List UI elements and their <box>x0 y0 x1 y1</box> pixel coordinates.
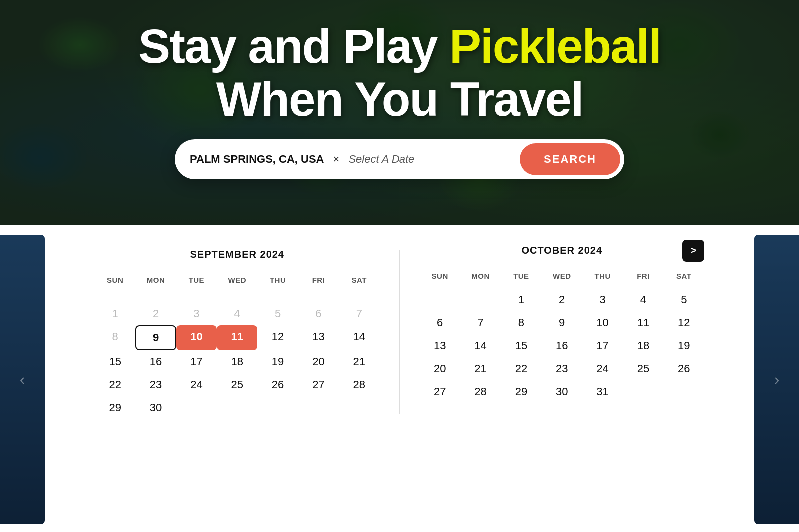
table-row: 4 <box>217 302 257 325</box>
table-row[interactable]: 9 <box>542 311 582 334</box>
table-row[interactable]: 21 <box>339 350 379 373</box>
table-row[interactable]: 28 <box>339 373 379 396</box>
table-row <box>339 292 379 302</box>
calendar-section: ‹ › SEPTEMBER 2024 SUN MON TUE WED THU F… <box>0 225 799 532</box>
table-row[interactable]: 10 <box>582 311 623 334</box>
sep-10-day[interactable]: 10 <box>176 325 217 350</box>
table-row[interactable]: 22 <box>95 373 135 396</box>
wed-header-right: WED <box>542 268 582 288</box>
table-row[interactable]: 1 <box>501 288 541 311</box>
table-row: 7 <box>339 302 379 325</box>
calendar-container: SEPTEMBER 2024 SUN MON TUE WED THU FRI S… <box>75 245 724 419</box>
table-row: 8 <box>95 325 135 350</box>
thu-header-left: THU <box>257 272 298 292</box>
table-row[interactable]: 11 <box>623 311 663 334</box>
next-month-button[interactable]: > <box>682 240 704 262</box>
hero-title: Stay and Play Pickleball When You Travel <box>138 20 661 125</box>
table-row[interactable]: 16 <box>542 334 582 357</box>
table-row[interactable]: 24 <box>176 373 217 396</box>
table-row[interactable]: 29 <box>95 396 135 419</box>
clear-location-button[interactable]: × <box>333 153 340 166</box>
table-row[interactable]: 4 <box>623 288 663 311</box>
table-row[interactable]: 21 <box>460 357 501 380</box>
table-row[interactable]: 28 <box>460 380 501 403</box>
mon-header-right: MON <box>460 268 501 288</box>
sep-14-day[interactable]: 14 <box>339 325 379 350</box>
wed-header-left: WED <box>217 272 257 292</box>
table-row[interactable]: 15 <box>501 334 541 357</box>
october-header-row: OCTOBER 2024 > <box>420 245 705 256</box>
table-row[interactable]: 17 <box>582 334 623 357</box>
table-row[interactable]: 20 <box>420 357 460 380</box>
table-row[interactable]: 19 <box>664 334 704 357</box>
table-row[interactable]: 23 <box>135 373 176 396</box>
left-arrow-icon: ‹ <box>0 370 45 389</box>
table-row[interactable]: 18 <box>217 350 257 373</box>
table-row[interactable]: 13 <box>420 334 460 357</box>
september-header: SEPTEMBER 2024 <box>95 245 380 260</box>
table-row[interactable]: 27 <box>298 373 339 396</box>
table-row <box>95 292 135 302</box>
table-row[interactable]: 8 <box>501 311 541 334</box>
table-row[interactable]: 15 <box>95 350 135 373</box>
october-header: OCTOBER 2024 <box>521 245 602 256</box>
right-arrow-icon: › <box>754 370 799 389</box>
tue-header-left: TUE <box>176 272 217 292</box>
table-row <box>298 292 339 302</box>
table-row <box>257 292 298 302</box>
table-row[interactable]: 20 <box>298 350 339 373</box>
september-grid: SUN MON TUE WED THU FRI SAT 1 2 3 4 <box>95 272 380 419</box>
hero-section: Stay and Play Pickleball When You Travel… <box>0 0 799 225</box>
hero-title-line2: When You Travel <box>138 73 661 126</box>
october-calendar: OCTOBER 2024 > SUN MON TUE WED THU FRI S… <box>400 245 725 419</box>
table-row[interactable]: 22 <box>501 357 541 380</box>
search-location[interactable]: PALM SPRINGS, CA, USA <box>190 153 324 166</box>
table-row[interactable]: 25 <box>623 357 663 380</box>
sep-9-day[interactable]: 9 <box>135 325 176 350</box>
thu-header-right: THU <box>582 268 623 288</box>
table-row[interactable]: 26 <box>664 357 704 380</box>
table-row[interactable]: 2 <box>542 288 582 311</box>
table-row[interactable]: 16 <box>135 350 176 373</box>
search-button[interactable]: SEARCH <box>520 143 620 175</box>
left-side-panel: ‹ <box>0 235 45 524</box>
table-row[interactable]: 18 <box>623 334 663 357</box>
table-row[interactable]: 5 <box>664 288 704 311</box>
tue-header-right: TUE <box>501 268 541 288</box>
table-row[interactable]: 30 <box>135 396 176 419</box>
table-row[interactable]: 14 <box>460 334 501 357</box>
table-row <box>339 396 379 419</box>
table-row[interactable]: 26 <box>257 373 298 396</box>
table-row <box>460 288 501 311</box>
fri-header-left: FRI <box>298 272 339 292</box>
table-row <box>176 396 217 419</box>
sep-13-day[interactable]: 13 <box>298 325 339 350</box>
table-row[interactable]: 6 <box>420 311 460 334</box>
table-row <box>257 396 298 419</box>
table-row <box>298 396 339 419</box>
table-row[interactable]: 25 <box>217 373 257 396</box>
table-row[interactable]: 30 <box>542 380 582 403</box>
table-row[interactable]: 3 <box>582 288 623 311</box>
date-selector[interactable]: Select A Date <box>348 153 520 166</box>
table-row[interactable]: 7 <box>460 311 501 334</box>
table-row[interactable]: 23 <box>542 357 582 380</box>
table-row[interactable]: 19 <box>257 350 298 373</box>
mon-header-left: MON <box>135 272 176 292</box>
october-grid: SUN MON TUE WED THU FRI SAT 1 2 3 4 5 6 … <box>420 268 705 403</box>
table-row[interactable]: 29 <box>501 380 541 403</box>
table-row <box>664 380 704 403</box>
sun-header-left: SUN <box>95 272 135 292</box>
table-row[interactable]: 12 <box>664 311 704 334</box>
september-calendar: SEPTEMBER 2024 SUN MON TUE WED THU FRI S… <box>75 245 400 419</box>
sep-12-day[interactable]: 12 <box>257 325 298 350</box>
table-row[interactable]: 31 <box>582 380 623 403</box>
table-row[interactable]: 17 <box>176 350 217 373</box>
table-row: 2 <box>135 302 176 325</box>
table-row: 3 <box>176 302 217 325</box>
table-row[interactable]: 27 <box>420 380 460 403</box>
table-row <box>135 292 176 302</box>
sep-11-day[interactable]: 11 <box>217 325 257 350</box>
table-row[interactable]: 24 <box>582 357 623 380</box>
table-row <box>623 380 663 403</box>
